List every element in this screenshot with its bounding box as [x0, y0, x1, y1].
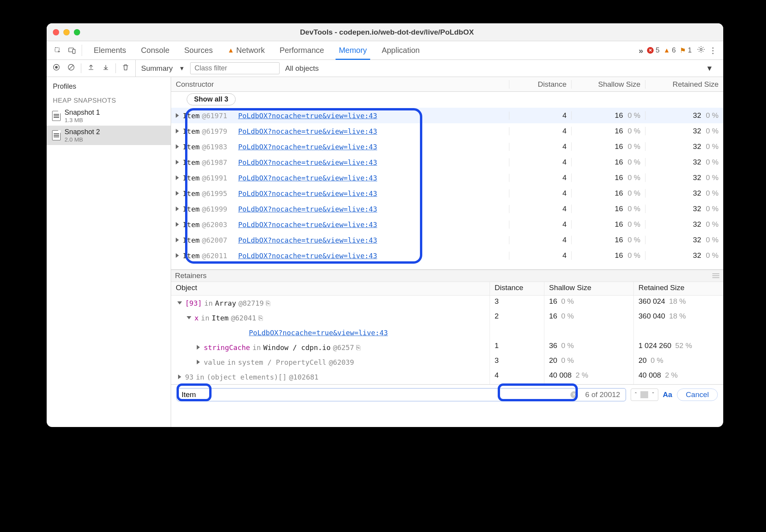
- inspect-element-icon[interactable]: [52, 45, 64, 56]
- svg-point-3: [700, 48, 702, 50]
- goto-icon[interactable]: ⎘: [266, 299, 270, 307]
- source-link[interactable]: PoLdbOX?nocache=true&view=live:43: [238, 189, 377, 198]
- disclosure-triangle-icon[interactable]: [176, 206, 179, 211]
- constructor-row[interactable]: Item @61971 PoLdbOX?nocache=true&view=li…: [171, 108, 723, 123]
- column-shallow[interactable]: Shallow Size: [544, 282, 634, 295]
- retainer-source-link[interactable]: PoLdbOX?nocache=true&view=live:43: [171, 325, 723, 340]
- retainer-row[interactable]: [93] in Array @82719 ⎘ 3 160 % 360 02418…: [171, 296, 723, 310]
- tab-sources[interactable]: Sources: [178, 41, 219, 60]
- scope-dropdown[interactable]: All objects: [285, 64, 319, 73]
- profiles-section-heading: HEAP SNAPSHOTS: [47, 94, 171, 106]
- issues-count[interactable]: ⚑1: [680, 46, 692, 55]
- retainer-row[interactable]: stringCache in Window / cdpn.io @6257 ⎘ …: [171, 340, 723, 355]
- constructor-row[interactable]: Item @61991 PoLdbOX?nocache=true&view=li…: [171, 170, 723, 186]
- caret-down-icon[interactable]: ▼: [706, 64, 713, 73]
- goto-icon[interactable]: ⎘: [259, 314, 263, 322]
- panel-tabs: Elements Console Sources ▲ Network Perfo…: [47, 41, 723, 60]
- column-shallow[interactable]: Shallow Size: [572, 80, 645, 89]
- source-link[interactable]: PoLdbOX?nocache=true&view=live:43: [238, 143, 377, 151]
- column-constructor[interactable]: Constructor: [171, 80, 509, 89]
- error-circle-icon: ✕: [647, 47, 654, 54]
- source-link[interactable]: PoLdbOX?nocache=true&view=live:43: [238, 127, 377, 135]
- source-link[interactable]: PoLdbOX?nocache=true&view=live:43: [238, 174, 377, 182]
- svg-rect-2: [73, 49, 75, 53]
- memory-body: Profiles HEAP SNAPSHOTS Snapshot 11.3 MB…: [47, 77, 723, 427]
- search-box[interactable]: ✕ 6 of 20012: [177, 388, 626, 401]
- tabs-overflow-button[interactable]: »: [638, 46, 643, 55]
- source-link[interactable]: PoLdbOX?nocache=true&view=live:43: [238, 252, 377, 260]
- disclosure-triangle-icon[interactable]: [176, 238, 179, 242]
- disclosure-triangle-icon[interactable]: [197, 345, 200, 350]
- cancel-search-button[interactable]: Cancel: [677, 388, 718, 401]
- column-object[interactable]: Object: [171, 282, 490, 295]
- source-link[interactable]: PoLdbOX?nocache=true&view=live:43: [238, 112, 377, 120]
- prev-match-button[interactable]: ˆ: [631, 392, 640, 397]
- column-distance[interactable]: Distance: [490, 282, 544, 295]
- disclosure-triangle-icon[interactable]: [176, 113, 179, 118]
- source-link[interactable]: PoLdbOX?nocache=true&view=live:43: [238, 205, 377, 213]
- constructor-row[interactable]: Item @61999 PoLdbOX?nocache=true&view=li…: [171, 201, 723, 217]
- constructor-row[interactable]: Item @62003 PoLdbOX?nocache=true&view=li…: [171, 217, 723, 232]
- constructor-row[interactable]: Item @61995 PoLdbOX?nocache=true&view=li…: [171, 186, 723, 201]
- disclosure-triangle-icon[interactable]: [197, 360, 200, 364]
- download-icon[interactable]: [101, 63, 111, 73]
- goto-icon[interactable]: ⎘: [356, 343, 360, 352]
- clear-button-icon[interactable]: [66, 63, 76, 73]
- upload-icon[interactable]: [86, 63, 96, 73]
- device-toggle-icon[interactable]: [66, 45, 78, 56]
- disclosure-triangle-icon[interactable]: [176, 222, 179, 227]
- constructor-row[interactable]: Item @61983 PoLdbOX?nocache=true&view=li…: [171, 139, 723, 154]
- clear-search-icon[interactable]: ✕: [570, 391, 577, 398]
- settings-gear-icon[interactable]: [697, 46, 705, 55]
- snapshot-file-icon: [52, 130, 61, 140]
- disclosure-triangle-icon[interactable]: [176, 144, 179, 149]
- tab-network[interactable]: ▲ Network: [221, 41, 271, 60]
- tab-memory[interactable]: Memory: [332, 41, 373, 60]
- snapshot-item[interactable]: Snapshot 11.3 MB: [47, 106, 171, 126]
- tab-performance[interactable]: Performance: [273, 41, 331, 60]
- search-navigate: ˆ ˇ: [631, 388, 658, 401]
- memory-toolbar: Summary ▼ All objects ▼: [47, 60, 723, 77]
- source-link[interactable]: PoLdbOX?nocache=true&view=live:43: [238, 236, 377, 244]
- retainer-row[interactable]: value in system / PropertyCell @62039 3 …: [171, 355, 723, 369]
- tab-application[interactable]: Application: [376, 41, 426, 60]
- source-link[interactable]: PoLdbOX?nocache=true&view=live:43: [238, 158, 377, 166]
- view-dropdown[interactable]: Summary ▼: [141, 64, 185, 73]
- column-retained[interactable]: Retained Size: [645, 80, 723, 89]
- kebab-menu-icon[interactable]: ⋮: [709, 46, 718, 55]
- profiles-sidebar: Profiles HEAP SNAPSHOTS Snapshot 11.3 MB…: [47, 77, 171, 427]
- retainer-row[interactable]: 93 in (object elements)[] @102681 4 40 0…: [171, 369, 723, 384]
- search-result-count: 6 of 20012: [581, 390, 625, 399]
- disclosure-triangle-icon[interactable]: [176, 191, 179, 196]
- constructor-row[interactable]: Item @62007 PoLdbOX?nocache=true&view=li…: [171, 232, 723, 248]
- disclosure-triangle-icon[interactable]: [177, 301, 182, 304]
- drag-handle-icon[interactable]: [712, 273, 719, 278]
- tab-elements[interactable]: Elements: [87, 41, 132, 60]
- search-input[interactable]: [181, 390, 570, 399]
- retainer-row[interactable]: x in Item @62041 ⎘ 2 160 % 360 04018 %: [171, 310, 723, 325]
- warning-count[interactable]: ▲6: [663, 46, 676, 54]
- disclosure-triangle-icon[interactable]: [176, 175, 179, 180]
- show-all-button[interactable]: Show all 3: [187, 93, 236, 105]
- disclosure-triangle-icon[interactable]: [187, 316, 191, 319]
- disclosure-triangle-icon[interactable]: [178, 374, 181, 379]
- next-match-button[interactable]: ˇ: [648, 392, 658, 397]
- tab-console[interactable]: Console: [135, 41, 175, 60]
- match-case-toggle[interactable]: Aa: [663, 390, 672, 399]
- disclosure-triangle-icon[interactable]: [176, 129, 179, 133]
- source-link[interactable]: PoLdbOX?nocache=true&view=live:43: [249, 329, 388, 337]
- disclosure-triangle-icon[interactable]: [176, 253, 179, 258]
- constructor-row[interactable]: Item @61987 PoLdbOX?nocache=true&view=li…: [171, 154, 723, 170]
- snapshot-file-icon: [52, 111, 61, 121]
- trash-icon[interactable]: [121, 63, 131, 73]
- constructor-row[interactable]: Item @61979 PoLdbOX?nocache=true&view=li…: [171, 123, 723, 139]
- column-retained[interactable]: Retained Size: [634, 282, 723, 295]
- class-filter-input[interactable]: [190, 62, 280, 74]
- snapshot-item[interactable]: Snapshot 22.0 MB: [47, 126, 171, 145]
- source-link[interactable]: PoLdbOX?nocache=true&view=live:43: [238, 220, 377, 229]
- column-distance[interactable]: Distance: [509, 80, 572, 89]
- constructor-row[interactable]: Item @62011 PoLdbOX?nocache=true&view=li…: [171, 248, 723, 263]
- disclosure-triangle-icon[interactable]: [176, 160, 179, 164]
- error-count[interactable]: ✕5: [647, 46, 659, 54]
- record-button-icon[interactable]: [51, 63, 61, 73]
